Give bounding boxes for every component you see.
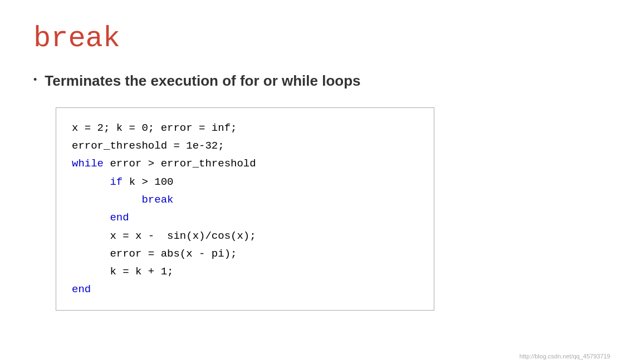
code-line-5: break: [72, 191, 418, 209]
keyword-end-1: end: [110, 211, 129, 224]
code-line-9: k = k + 1;: [72, 263, 418, 281]
code-line-1: x = 2; k = 0; error = inf;: [72, 119, 418, 137]
keyword-break: break: [141, 194, 173, 206]
keyword-while: while: [72, 158, 104, 170]
bullet-point: • Terminates the execution of for or whi…: [33, 72, 584, 91]
code-line-3: while error > error_threshold: [72, 155, 418, 173]
bullet-dot: •: [33, 74, 37, 86]
code-line-10: end: [72, 281, 418, 298]
code-line-4: if k > 100: [72, 173, 418, 191]
code-block: x = 2; k = 0; error = inf; error_thresho…: [56, 107, 434, 311]
watermark: http://blog.csdn.net/qq_45793719: [520, 353, 610, 360]
code-line-6: end: [72, 209, 418, 227]
bullet-text: Terminates the execution of for or while…: [45, 72, 360, 91]
code-line-7: x = x - sin(x)/cos(x);: [72, 227, 418, 245]
code-line-2: error_threshold = 1e-32;: [72, 137, 418, 155]
keyword-if: if: [110, 176, 123, 188]
keyword-end-2: end: [72, 283, 91, 296]
code-line-8: error = abs(x - pi);: [72, 245, 418, 263]
slide-title: break: [33, 22, 584, 55]
slide-container: break • Terminates the execution of for …: [0, 0, 617, 364]
